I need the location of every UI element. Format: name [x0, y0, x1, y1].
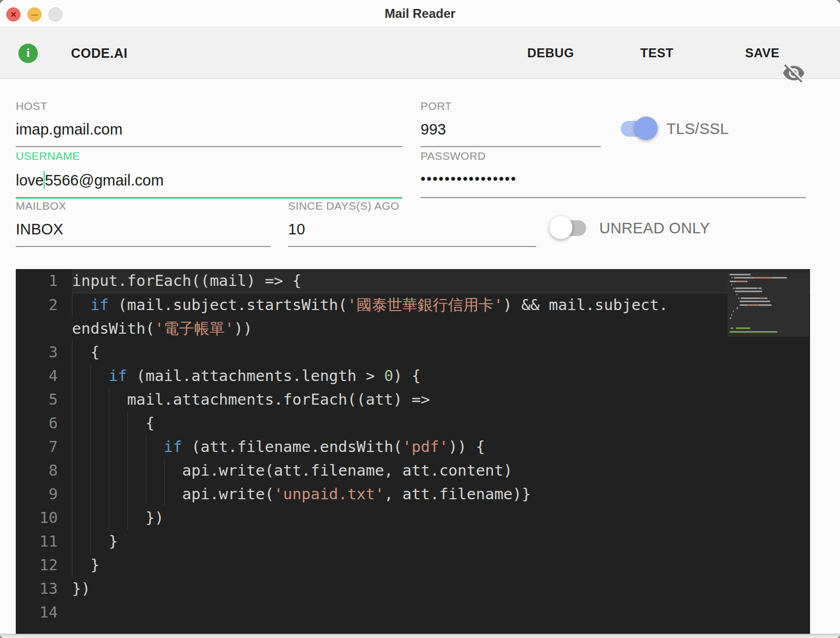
indent-guide — [127, 482, 128, 506]
indent-guide — [90, 411, 91, 435]
test-button[interactable]: TEST — [640, 40, 673, 66]
port-field[interactable]: PORT 993 — [421, 100, 601, 147]
line-number: 7 — [16, 435, 72, 459]
username-field[interactable]: USERNAME love5566@gmail.com — [16, 150, 402, 199]
debug-button[interactable]: DEBUG — [527, 40, 574, 66]
since-days-value[interactable]: 10 — [288, 221, 536, 238]
tls-toggle-thumb[interactable] — [634, 117, 658, 140]
minimap-line — [730, 281, 808, 282]
code-line-content[interactable]: if (mail.attachments.length > 0) { — [72, 364, 810, 388]
minimap-line — [730, 321, 808, 323]
window-bottom-edge — [0, 634, 840, 638]
code-line-content[interactable]: } — [72, 530, 810, 553]
tls-ssl-toggle[interactable] — [619, 117, 656, 140]
code-line-content[interactable]: if (att.filename.endsWith('pdf')) { — [72, 435, 810, 459]
code-line-3[interactable]: 3 { — [16, 341, 810, 364]
code-line-10[interactable]: 10 }) — [16, 506, 810, 530]
code-line-12[interactable]: 12 } — [16, 553, 810, 577]
line-number: 11 — [16, 530, 72, 553]
code-line-content[interactable]: mail.attachments.forEach((att) => — [72, 388, 810, 411]
since-days-field[interactable]: SINCE DAYS(S) AGO 10 — [288, 200, 536, 247]
code-line-content[interactable]: api.write('unpaid.txt', att.filename)} — [72, 482, 810, 506]
minimap-line — [730, 287, 808, 289]
code-line-7[interactable]: 7 if (att.filename.endsWith('pdf')) { — [16, 435, 810, 459]
indent-guide — [90, 364, 91, 388]
code-line-content[interactable]: } — [72, 553, 810, 577]
code-line-9[interactable]: 9 api.write('unpaid.txt', att.filename)} — [16, 482, 810, 506]
line-number: 6 — [16, 411, 72, 435]
code-line-6[interactable]: 6 { — [16, 411, 810, 435]
code-line-content[interactable]: { — [72, 341, 810, 364]
code-line-1[interactable]: 1input.forEach((mail) => { — [16, 269, 810, 293]
unread-only-toggle[interactable] — [551, 216, 588, 239]
since-days-label: SINCE DAYS(S) AGO — [288, 200, 536, 212]
host-value[interactable]: imap.gmail.com — [16, 121, 402, 138]
since-days-underline — [288, 246, 536, 247]
code-line-5[interactable]: 5 mail.attachments.forEach((att) => — [16, 388, 810, 411]
minimap-line — [730, 274, 808, 275]
minimap-line — [730, 314, 808, 316]
minimize-icon[interactable] — [27, 7, 42, 22]
code-line-content[interactable]: endsWith('電子帳單')) — [72, 317, 810, 341]
password-underline — [421, 197, 806, 198]
port-value[interactable]: 993 — [421, 121, 601, 138]
code-line-content[interactable]: if (mail.subject.startsWith('國泰世華銀行信用卡')… — [72, 293, 810, 317]
password-value[interactable]: •••••••••••••••• — [421, 171, 806, 187]
code-line-4[interactable]: 4 if (mail.attachments.length > 0) { — [16, 364, 810, 388]
password-field[interactable]: PASSWORD •••••••••••••••• — [421, 150, 806, 198]
info-icon[interactable] — [18, 44, 38, 63]
code-line-11[interactable]: 11 } — [16, 530, 810, 553]
code-line-wrap-2[interactable]: endsWith('電子帳單')) — [16, 317, 810, 341]
code-line-content[interactable]: input.forEach((mail) => { — [72, 269, 810, 293]
code-line-content[interactable] — [72, 601, 810, 624]
indent-guide — [109, 435, 109, 459]
minimap-line — [730, 297, 808, 299]
code-line-2[interactable]: 2 if (mail.subject.startsWith('國泰世華銀行信用卡… — [16, 293, 810, 317]
save-button[interactable]: SAVE — [745, 40, 780, 66]
indent-guide — [127, 506, 128, 530]
eye-off-icon — [782, 61, 805, 85]
mailbox-field[interactable]: MAILBOX INBOX — [16, 200, 271, 247]
minimap-line — [730, 301, 808, 302]
tls-ssl-label: TLS/SSL — [667, 120, 729, 138]
code-editor[interactable]: 1input.forEach((mail) => {2 if (mail.sub… — [16, 269, 810, 634]
title-bar: Mail Reader — [0, 0, 840, 27]
indent-guide — [164, 459, 165, 482]
line-number: 5 — [16, 388, 72, 411]
indent-guide — [72, 341, 73, 364]
code-line-content[interactable]: { — [72, 411, 810, 435]
indent-guide — [164, 482, 165, 506]
unread-only-label: UNREAD ONLY — [599, 220, 710, 237]
code-line-content[interactable]: api.write(att.filename, att.content) — [72, 459, 810, 482]
indent-guide — [72, 553, 73, 577]
password-label: PASSWORD — [421, 150, 806, 162]
unread-toggle-thumb[interactable] — [549, 216, 572, 239]
code-rows[interactable]: 1input.forEach((mail) => {2 if (mail.sub… — [16, 269, 810, 624]
line-number: 9 — [16, 482, 72, 506]
username-value[interactable]: love5566@gmail.com — [16, 171, 402, 189]
mailbox-value[interactable]: INBOX — [16, 221, 271, 238]
indent-guide — [109, 411, 109, 435]
indent-guide — [72, 530, 73, 553]
indent-guide — [109, 388, 109, 411]
minimap[interactable] — [728, 273, 809, 337]
indent-guide — [72, 459, 73, 482]
host-field[interactable]: HOST imap.gmail.com — [16, 100, 402, 147]
close-icon[interactable] — [6, 7, 21, 22]
indent-guide — [146, 482, 146, 506]
zoom-icon[interactable] — [48, 7, 63, 22]
line-number: 2 — [16, 293, 72, 317]
indent-guide — [72, 364, 73, 388]
code-line-14[interactable]: 14 — [16, 601, 810, 624]
app-name: CODE.AI — [71, 46, 128, 61]
username-underline — [16, 197, 402, 199]
toggle-password-visibility-button[interactable] — [782, 61, 806, 86]
code-line-8[interactable]: 8 api.write(att.filename, att.content) — [16, 459, 810, 482]
code-line-13[interactable]: 13}) — [16, 577, 810, 601]
line-number: 13 — [16, 577, 72, 601]
code-line-content[interactable]: }) — [72, 577, 810, 601]
line-number — [16, 317, 72, 341]
mailbox-underline — [16, 246, 271, 247]
code-line-content[interactable]: }) — [72, 506, 810, 530]
minimap-line — [730, 307, 808, 309]
